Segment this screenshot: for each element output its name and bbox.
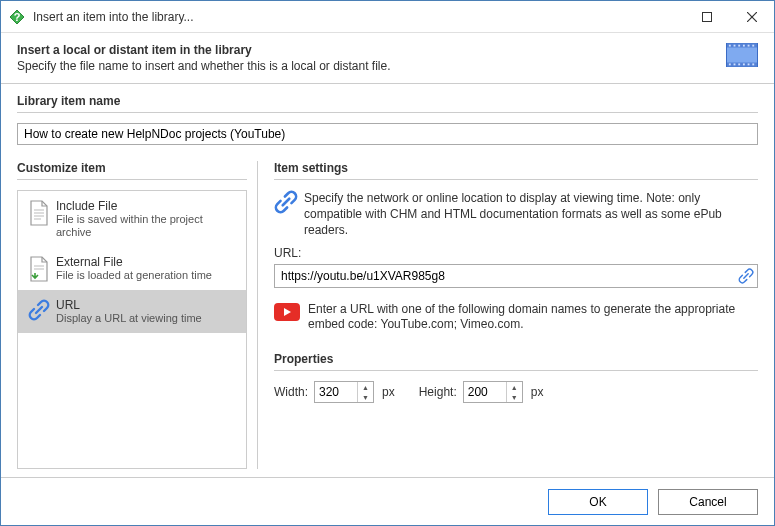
- youtube-icon: [274, 303, 300, 321]
- customize-panel: Customize item Include File File is save…: [17, 161, 247, 469]
- svg-rect-11: [743, 45, 745, 47]
- divider: [274, 179, 758, 180]
- svg-rect-10: [738, 45, 740, 47]
- libname-input[interactable]: [17, 123, 758, 145]
- file-download-icon: [28, 256, 56, 282]
- width-down[interactable]: ▼: [358, 392, 373, 402]
- settings-label: Item settings: [274, 161, 758, 175]
- divider: [17, 112, 758, 113]
- height-input[interactable]: [464, 383, 506, 401]
- file-icon: [28, 200, 56, 226]
- width-up[interactable]: ▲: [358, 382, 373, 392]
- svg-rect-17: [743, 63, 745, 65]
- dialog-content: Library item name Customize item Include…: [1, 84, 774, 477]
- width-label: Width:: [274, 385, 308, 399]
- svg-rect-13: [752, 45, 754, 47]
- divider: [17, 179, 247, 180]
- width-stepper[interactable]: ▲ ▼: [314, 381, 374, 403]
- settings-panel: Item settings Specify the network or onl…: [257, 161, 758, 469]
- unit-label: px: [382, 385, 395, 399]
- url-input[interactable]: [274, 264, 758, 288]
- customize-item-external-file[interactable]: External File File is loaded at generati…: [18, 247, 246, 290]
- customize-label: Customize item: [17, 161, 247, 175]
- height-label: Height:: [419, 385, 457, 399]
- customize-item-url[interactable]: URL Display a URL at viewing time: [18, 290, 246, 333]
- divider: [274, 370, 758, 371]
- svg-rect-18: [748, 63, 750, 65]
- customize-item-sub: File is saved within the project archive: [56, 213, 236, 239]
- svg-rect-16: [738, 63, 740, 65]
- svg-rect-8: [729, 45, 731, 47]
- customize-item-sub: File is loaded at generation time: [56, 269, 212, 282]
- ok-button[interactable]: OK: [548, 489, 648, 515]
- height-stepper[interactable]: ▲ ▼: [463, 381, 523, 403]
- customize-item-title: Include File: [56, 199, 236, 213]
- properties-label: Properties: [274, 352, 758, 366]
- header-subtext: Specify the file name to insert and whet…: [17, 59, 726, 73]
- url-label: URL:: [274, 246, 758, 260]
- titlebar: ? Insert an item into the library...: [1, 1, 774, 33]
- app-icon: ?: [9, 9, 25, 25]
- svg-text:?: ?: [14, 11, 21, 23]
- embed-note: Enter a URL with one of the following do…: [308, 302, 758, 332]
- link-icon: [274, 190, 304, 214]
- window-title: Insert an item into the library...: [33, 10, 684, 24]
- unit-label: px: [531, 385, 544, 399]
- header-heading: Insert a local or distant item in the li…: [17, 43, 726, 57]
- customize-item-title: URL: [56, 298, 202, 312]
- customize-item-title: External File: [56, 255, 212, 269]
- close-button[interactable]: [729, 2, 774, 32]
- dialog-header: Insert a local or distant item in the li…: [1, 33, 774, 84]
- movie-icon: [726, 43, 758, 67]
- customize-item-sub: Display a URL at viewing time: [56, 312, 202, 325]
- svg-rect-12: [748, 45, 750, 47]
- height-up[interactable]: ▲: [507, 382, 522, 392]
- svg-rect-15: [734, 63, 736, 65]
- height-down[interactable]: ▼: [507, 392, 522, 402]
- svg-rect-14: [729, 63, 731, 65]
- svg-marker-26: [284, 308, 291, 316]
- svg-rect-2: [702, 12, 711, 21]
- svg-rect-9: [734, 45, 736, 47]
- customize-list: Include File File is saved within the pr…: [17, 190, 247, 469]
- url-link-button[interactable]: [736, 266, 756, 286]
- width-input[interactable]: [315, 383, 357, 401]
- cancel-button[interactable]: Cancel: [658, 489, 758, 515]
- settings-description: Specify the network or online location t…: [304, 190, 758, 238]
- customize-item-include-file[interactable]: Include File File is saved within the pr…: [18, 191, 246, 247]
- dialog-footer: OK Cancel: [1, 477, 774, 525]
- maximize-button[interactable]: [684, 2, 729, 32]
- libname-label: Library item name: [17, 94, 758, 108]
- svg-rect-19: [752, 63, 754, 65]
- link-icon: [28, 299, 56, 321]
- dialog-window: ? Insert an item into the library... Ins…: [0, 0, 775, 526]
